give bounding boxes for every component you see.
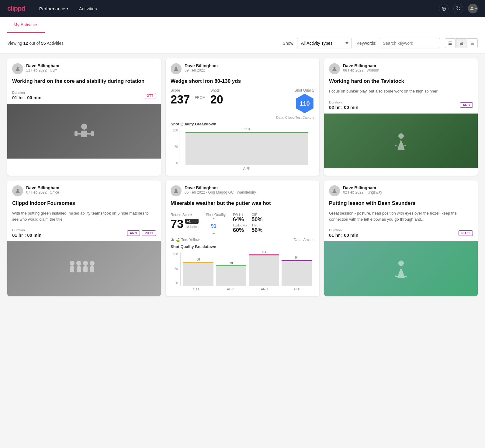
user-name: Dave Billingham (343, 63, 379, 68)
nav-performance[interactable]: Performance ▾ (35, 4, 72, 14)
svg-point-0 (471, 7, 473, 9)
user-name: Dave Billingham (343, 185, 382, 190)
nav-activities[interactable]: Activities (75, 4, 101, 14)
activity-type-select[interactable]: All Activity Types (297, 38, 352, 48)
activity-card-3[interactable]: Dave Billingham 08 Feb 2022 · Woburn Wor… (324, 58, 478, 176)
bar-chart: 100500 110 APP (166, 129, 319, 176)
user-avatar[interactable]: ▾ (468, 4, 478, 13)
toolbar: Viewing 12 out of 55 Activities Show: Al… (0, 33, 485, 54)
tag-arg: ARG (460, 102, 473, 108)
avatar (12, 185, 23, 196)
chart-title: Shot Quality Breakdown (166, 121, 319, 129)
card-header: Dave Billingham 06 Feb 2022 · Gog Magog … (166, 180, 319, 199)
list-icon: ☰ (448, 41, 452, 46)
gir-label: GIR (251, 213, 265, 216)
tag-list: PUTT (459, 230, 473, 236)
user-name: Dave Billingham (185, 63, 218, 68)
svg-point-9 (398, 133, 404, 139)
user-name: Dave Billingham (185, 185, 256, 190)
svg-point-16 (83, 261, 88, 266)
card-title: Miserable weather but the putter was hot (166, 199, 319, 210)
svg-point-1 (17, 67, 19, 69)
user-name: Dave Billingham (26, 185, 59, 190)
score-label: Score (171, 88, 190, 93)
card-header: Dave Billingham 07 Feb 2022 · Office (7, 180, 161, 199)
weather-icon: 🌥 (171, 238, 174, 242)
chart-label-arg: ARG (249, 287, 280, 291)
refresh-icon[interactable]: ↻ (453, 4, 463, 13)
activity-count: Viewing 12 out of 55 Activities (7, 41, 278, 46)
chart-title: Shot Quality Breakdown (166, 243, 319, 251)
nav-links: Performance ▾ Activities (35, 4, 439, 14)
top-navigation: clippd Performance ▾ Activities ⊕ ↻ ▾ (0, 0, 485, 17)
tag-putt: PUTT (142, 230, 156, 236)
activities-grid: Dave Billingham 11 Feb 2022 · Gym Workin… (0, 54, 485, 301)
card-description: With the putting green installed, mixed … (7, 210, 161, 226)
show-filter: Show: All Activity Types (283, 38, 352, 48)
round-score-block: Round Score 73 +1 18 Holes (171, 213, 199, 230)
card-description: Focus on bunker play, but also some work… (324, 88, 478, 98)
shots-label: Shots (210, 88, 223, 93)
svg-point-20 (175, 189, 177, 191)
fw-hit-label: FW Hit (233, 213, 247, 216)
card-date: 08 Feb 2022 · Woburn (343, 68, 379, 72)
duration-value: 01 hr : 00 min (12, 95, 42, 100)
tag-putt: PUTT (459, 230, 473, 236)
card-header: Dave Billingham 09 Feb 2022 (166, 58, 319, 77)
shot-quality-label: Shot Quality (295, 88, 314, 93)
from-label: FROM (195, 88, 205, 100)
score-block: Score 237 (171, 88, 190, 105)
tag-ott: OTT (144, 93, 156, 98)
tee-icon: ⛳ (175, 238, 180, 242)
card-title: Working hard on the Tavistock (324, 77, 478, 88)
tab-my-activities[interactable]: My Activities (7, 17, 45, 33)
view-toggle-group: ☰ ⊞ ▤ (445, 38, 478, 48)
svg-rect-13 (70, 266, 74, 272)
avatar (12, 63, 23, 74)
nav-right-icons: ⊕ ↻ ▾ (439, 4, 478, 13)
sub-navigation: My Activities (0, 17, 485, 33)
duration-label: Duration (12, 91, 42, 94)
search-input[interactable] (379, 38, 440, 48)
avatar (171, 63, 182, 74)
activity-card-2[interactable]: Dave Billingham 09 Feb 2022 Wedge short … (166, 58, 319, 176)
avatar (329, 63, 340, 74)
activity-card-4[interactable]: Dave Billingham 07 Feb 2022 · Office Cli… (7, 180, 161, 296)
compact-icon: ▤ (470, 41, 474, 46)
shot-quality-block: Shot Quality 110 (295, 88, 314, 113)
avatar (329, 185, 340, 196)
chevron-down-icon: ▾ (67, 7, 68, 10)
bar-top-label: 110 (244, 127, 250, 131)
avatar (171, 185, 182, 196)
tag-list: OTT (144, 93, 156, 98)
svg-point-14 (76, 261, 81, 266)
one-putt-value: 56% (251, 227, 265, 233)
activity-card-1[interactable]: Dave Billingham 11 Feb 2022 · Gym Workin… (7, 58, 161, 176)
round-score-label: Round Score (171, 213, 199, 217)
tee-info: 🌥 ⛳ Tee: Yellow Data: Arccos (166, 236, 319, 243)
activity-card-5[interactable]: Dave Billingham 06 Feb 2022 · Gog Magog … (166, 180, 319, 296)
add-icon[interactable]: ⊕ (439, 4, 449, 13)
duration-label: Duration (329, 100, 359, 104)
brand-logo[interactable]: clippd (7, 5, 25, 12)
card-date: 07 Feb 2022 · Office (26, 190, 59, 194)
card-footer: Duration 02 hr : 00 min ARG (324, 98, 478, 114)
compact-view-button[interactable]: ▤ (467, 38, 478, 48)
data-source: Data: Clippd Test Capture (166, 116, 319, 121)
card-title: Working hard on the core and stability d… (7, 77, 161, 88)
chart-label-putt: PUTT (283, 287, 314, 291)
card-footer: Duration 01 hr : 00 min OTT (7, 88, 161, 104)
user-name: Dave Billingham (26, 63, 59, 68)
grid-view-button[interactable]: ⊞ (456, 38, 466, 48)
multi-bar-chart: 100500 88 7 (166, 251, 319, 296)
avatar-chevron: ▾ (475, 7, 477, 10)
list-view-button[interactable]: ☰ (445, 38, 456, 48)
gir-value: 50% (251, 216, 265, 223)
card-date: 09 Feb 2022 (185, 68, 218, 72)
card-date: 11 Feb 2022 · Gym (26, 68, 59, 72)
activity-card-6[interactable]: Dave Billingham 02 Feb 2022 · Kingsway P… (324, 180, 478, 296)
holes-label: 18 Holes (185, 225, 198, 229)
tag-list: ARG PUTT (127, 230, 156, 236)
duration-label: Duration (329, 228, 359, 232)
svg-point-2 (81, 124, 87, 130)
